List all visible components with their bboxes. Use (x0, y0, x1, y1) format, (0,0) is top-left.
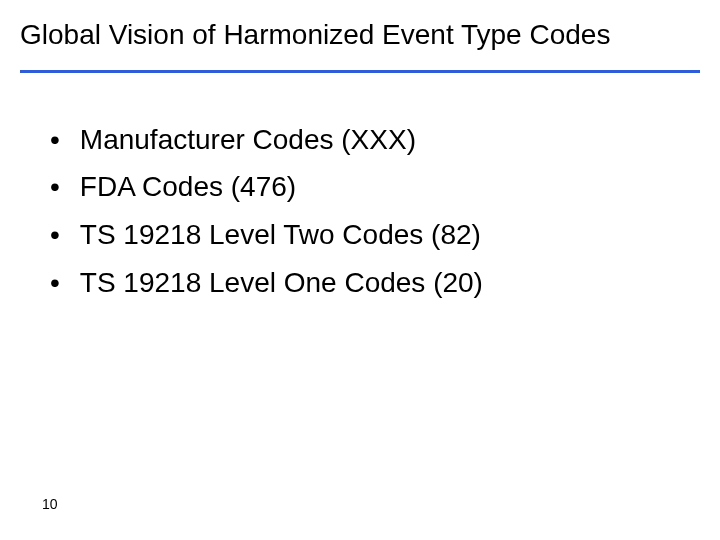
bullet-icon: • (50, 216, 60, 254)
title-divider (20, 70, 700, 73)
bullet-list: • Manufacturer Codes (XXX) • FDA Codes (… (50, 121, 700, 302)
content-area: • Manufacturer Codes (XXX) • FDA Codes (… (20, 121, 700, 302)
bullet-text: Manufacturer Codes (XXX) (80, 121, 416, 159)
bullet-text: FDA Codes (476) (80, 168, 296, 206)
page-number: 10 (42, 496, 58, 512)
slide-title: Global Vision of Harmonized Event Type C… (20, 18, 700, 52)
bullet-text: TS 19218 Level Two Codes (82) (80, 216, 481, 254)
list-item: • FDA Codes (476) (50, 168, 700, 206)
bullet-icon: • (50, 121, 60, 159)
bullet-icon: • (50, 264, 60, 302)
list-item: • Manufacturer Codes (XXX) (50, 121, 700, 159)
bullet-text: TS 19218 Level One Codes (20) (80, 264, 483, 302)
bullet-icon: • (50, 168, 60, 206)
list-item: • TS 19218 Level Two Codes (82) (50, 216, 700, 254)
slide-container: Global Vision of Harmonized Event Type C… (0, 0, 720, 540)
list-item: • TS 19218 Level One Codes (20) (50, 264, 700, 302)
